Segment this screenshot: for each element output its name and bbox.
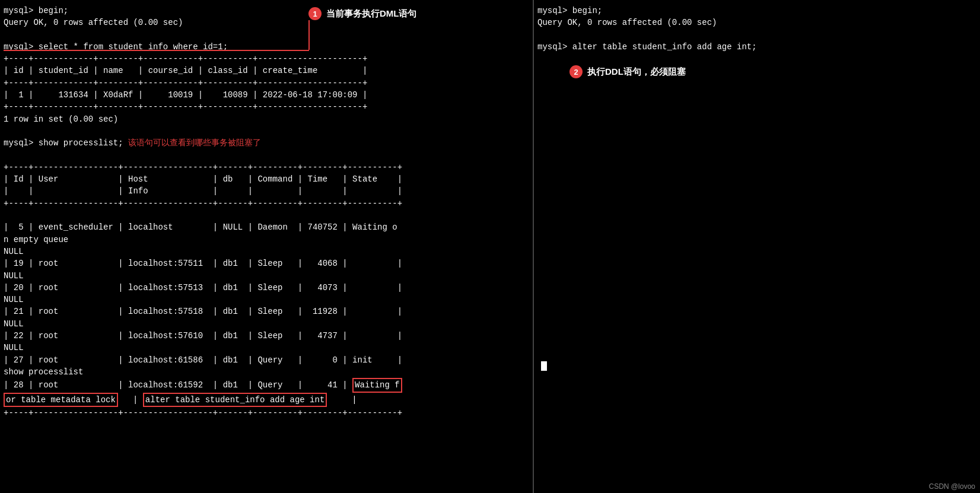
line-r20b: NULL — [4, 294, 529, 306]
line-r21b: NULL — [4, 318, 529, 330]
line-r5c: NULL — [4, 246, 529, 257]
line-l2: Query OK, 0 rows affected (0.00 sec) — [4, 17, 529, 28]
line-sep1: +----+-----------------+----------------… — [4, 161, 529, 173]
line-r21: | 21 | root | localhost:57518 | db1 | Sl… — [4, 306, 529, 317]
annotation-2-bubble: 2 执行DDL语句，必须阻塞 — [569, 65, 686, 78]
annotation-1-line-h — [4, 50, 309, 51]
cursor-area — [541, 361, 976, 371]
line-l7: +----+------------+--------+-----------+… — [4, 77, 529, 89]
line-r20: | 20 | root | localhost:57513 | db1 | Sl… — [4, 282, 529, 294]
line-r28b: or table metadata lock | alter table stu… — [4, 393, 529, 407]
waiting-f-box: Waiting f — [352, 378, 402, 392]
line-sep2: +----+-----------------+----------------… — [4, 198, 529, 209]
line-l10: 1 row in set (0.00 sec) — [4, 113, 529, 125]
annotation-1-circle: 1 — [308, 7, 322, 20]
line-blank4 — [4, 209, 529, 221]
line-l5: +----+------------+--------+-----------+… — [4, 53, 529, 65]
line-l1: mysql> begin; — [4, 5, 529, 17]
line-r22: | 22 | root | localhost:57610 | db1 | Sl… — [4, 330, 529, 342]
row28-container: | 28 | root | localhost:61592 | db1 | Qu… — [4, 378, 529, 407]
line-blank2 — [4, 125, 529, 137]
terminal-cursor — [541, 361, 547, 371]
line-header2: | | | Info | | | | | — [4, 185, 529, 197]
annotation-2-text: 执行DDL语句，必须阻塞 — [587, 66, 686, 78]
line-r27b: show processlist — [4, 366, 529, 378]
line-r22b: NULL — [4, 342, 529, 354]
line-l8: | 1 | 131634 | X0daRf | 10019 | 10089 | … — [4, 89, 529, 101]
annotation-1-text: 当前事务执行DML语句 — [326, 8, 417, 20]
right-line-r4: mysql> alter table student_info add age … — [537, 41, 976, 53]
line-header1: | Id | User | Host | db | Command | Time… — [4, 173, 529, 185]
left-terminal-content: mysql> begin; Query OK, 0 rows affected … — [4, 5, 529, 419]
right-line-blank — [537, 29, 976, 41]
line-l12: mysql> show processlist; 该语句可以查看到哪些事务被阻塞… — [4, 138, 261, 148]
right-line-r2: Query OK, 0 rows affected (0.00 sec) — [537, 17, 976, 28]
line-sep3: +----+-----------------+----------------… — [4, 407, 529, 419]
line-r28: | 28 | root | localhost:61592 | db1 | Qu… — [4, 378, 529, 392]
right-terminal: mysql> begin; Query OK, 0 rows affected … — [534, 0, 980, 493]
annotation-1-bubble: 1 当前事务执行DML语句 — [308, 7, 417, 20]
line-l4: mysql> select * from student_info where … — [4, 41, 529, 53]
line-r19: | 19 | root | localhost:57511 | db1 | Sl… — [4, 257, 529, 269]
line-r27: | 27 | root | localhost:61586 | db1 | Qu… — [4, 354, 529, 366]
metadata-lock-box: or table metadata lock — [4, 393, 118, 407]
right-line-r1: mysql> begin; — [537, 5, 976, 17]
main-screen: mysql> begin; Query OK, 0 rows affected … — [0, 0, 980, 493]
watermark: CSDN @lovoo — [929, 482, 975, 491]
annotation-2-circle: 2 — [569, 65, 583, 78]
annotation-red-text: 该语句可以查看到哪些事务被阻塞了 — [128, 138, 261, 148]
annotation-1-line-v — [308, 20, 310, 50]
line-blank3 — [4, 150, 529, 161]
line-r5: | 5 | event_scheduler | localhost | NULL… — [4, 221, 529, 233]
line-l6: | id | student_id | name | course_id | c… — [4, 65, 529, 77]
alter-table-box: alter table student_info add age int — [143, 393, 327, 407]
left-terminal: mysql> begin; Query OK, 0 rows affected … — [0, 0, 534, 493]
line-r19b: NULL — [4, 270, 529, 282]
line-blank1 — [4, 29, 529, 41]
line-r5b: n empty queue — [4, 234, 529, 246]
line-l9: +----+------------+--------+-----------+… — [4, 101, 529, 113]
